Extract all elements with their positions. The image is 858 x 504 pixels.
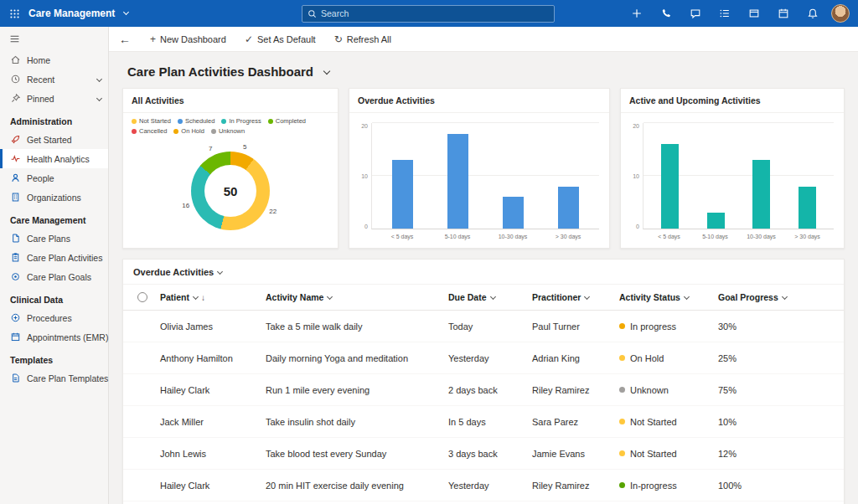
bar-column [693,123,739,229]
table-row[interactable]: John LewisTake blood test every Sunday3 … [123,438,844,470]
table-row[interactable]: Olivia JamesTake a 5 mile walk dailyToda… [123,311,844,342]
sidebar-item-label: Home [27,55,50,65]
new-dashboard-button[interactable]: + New Dashboard [141,27,235,51]
active-upcoming-bar-chart: 20100 < 5 days5-10 days10-30 days> 30 da… [621,113,844,248]
x-axis-labels: < 5 days5-10 days10-30 days> 30 days [643,229,834,243]
legend-dot [132,119,137,124]
sidebar-item-health-analytics[interactable]: Health Analytics [0,149,108,168]
sidebar-item-pinned[interactable]: Pinned [0,89,108,108]
app-title[interactable]: Care Management [28,8,128,19]
column-header-activity-name[interactable]: Activity Name [266,292,448,302]
set-as-default-button[interactable]: ✓ Set As Default [235,27,325,51]
dashboard-selector-chevron-icon[interactable] [323,67,330,74]
legend-label: Not Started [139,117,171,126]
status-dot [619,419,625,424]
x-tick-label: < 5 days [375,234,430,239]
bar-column [540,123,596,229]
bar[interactable] [752,160,770,229]
column-header-goal-progress[interactable]: Goal Progress [718,292,844,302]
cell-activity-name: Take blood test every Sunday [266,449,448,459]
sidebar-item-care-plan-activities[interactable]: Care Plan Activities [0,248,108,267]
search-icon [308,9,317,18]
phone-icon[interactable] [655,3,677,24]
sidebar-item-label: Organizations [27,193,81,203]
cell-patient: Jack Miller [160,417,266,427]
table-title: Overdue Activities [133,267,214,277]
table-title-chevron-icon[interactable] [217,268,223,274]
bars [372,123,599,229]
cell-goal-progress: 30% [718,321,844,332]
bar[interactable] [447,134,468,229]
chevron-down-icon [193,293,199,299]
sidebar-item-care-plan-templates[interactable]: Care Plan Templates [0,368,108,388]
chevron-down-icon [489,293,495,299]
topbar-icons [626,3,858,24]
cell-activity-name: 20 min HIT exercise daily evening [266,481,448,491]
status-label: Not Started [630,417,677,427]
table-row[interactable]: Hailey ClarkRun 1 mile every evening2 da… [123,374,844,406]
x-tick-label: 10-30 days [485,234,540,239]
select-all-radio[interactable] [137,292,147,302]
bar[interactable] [558,187,579,229]
table-row[interactable]: Anthony HamiltonDaily morning Yoga and m… [123,342,844,374]
sidebar-item-people[interactable]: People [0,168,108,188]
bar[interactable] [799,187,816,229]
sidebar-item-get-started[interactable]: Get Started [0,130,108,149]
bar[interactable] [503,197,524,229]
bar-column [647,123,693,229]
sidebar-item-care-plans[interactable]: Care Plans [0,229,108,248]
user-avatar[interactable] [831,4,850,23]
column-header-due-date[interactable]: Due Date [448,292,532,302]
analytics-icon [10,153,21,164]
button-label: Refresh All [347,34,391,44]
chat-icon[interactable] [685,3,706,24]
plus-icon: + [150,34,156,44]
table-row[interactable]: Jack MillerTake insulin shot dailyIn 5 d… [123,406,844,438]
sidebar-item-label: Recent [27,75,54,85]
table-row[interactable]: Hailey Clark20 min HIT exercise daily ev… [123,470,844,501]
legend-item: In Progress [221,117,261,126]
sidebar-item-home[interactable]: Home [0,50,108,69]
sidebar-item-label: Care Plan Activities [27,253,102,263]
legend-dot [268,119,273,124]
calendar-icon[interactable] [773,3,794,24]
bar[interactable] [707,213,725,229]
app-launcher-waffle-icon[interactable] [0,8,28,19]
column-header-patient[interactable]: Patient ↓ [160,292,266,302]
search-input[interactable] [321,8,549,18]
cell-activity-name: Daily morning Yoga and meditation [266,353,448,363]
cell-due-date: 3 days back [448,449,532,459]
cell-goal-progress: 25% [718,353,844,363]
sidebar-item-care-plan-goals[interactable]: Care Plan Goals [0,267,108,286]
sidebar-item-organizations[interactable]: Organizations [0,188,108,207]
sidebar-collapse-icon[interactable] [0,27,108,50]
donut-value-label: 16 [182,202,189,209]
bar-column [739,123,785,229]
tasks-icon[interactable] [714,3,736,24]
back-button[interactable]: ← [109,33,141,46]
column-header-activity-status[interactable]: Activity Status [619,292,718,302]
global-search[interactable] [302,5,555,23]
sidebar-item-recent[interactable]: Recent [0,69,108,89]
chevron-down-icon [123,9,129,15]
sidebar-item-procedures[interactable]: Procedures [0,308,108,327]
add-icon[interactable] [626,3,648,24]
expand-chevron-icon[interactable] [93,94,101,104]
column-label: Patient [160,292,189,302]
refresh-all-button[interactable]: ↻ Refresh All [325,27,401,51]
legend-label: On Hold [181,127,204,136]
expand-chevron-icon[interactable] [93,75,101,85]
bar[interactable] [392,160,413,229]
cell-due-date: Yesterday [448,481,532,491]
chevron-down-icon [782,293,788,299]
window-icon[interactable] [743,3,765,24]
bell-icon[interactable] [802,3,824,24]
sidebar-item-label: Care Plan Goals [27,272,91,282]
sidebar-item-appointments-emr[interactable]: Appointments (EMR) [0,327,108,347]
column-header-practitioner[interactable]: Practitioner [532,292,619,302]
x-axis-labels: < 5 days5-10 days10-30 days> 30 days [371,229,599,243]
sort-descending-icon: ↓ [201,293,205,302]
overdue-bar-chart: 20100 < 5 days5-10 days10-30 days> 30 da… [349,113,609,248]
bar[interactable] [661,144,679,229]
charts-row: All Activities Not StartedScheduledIn Pr… [122,88,845,249]
